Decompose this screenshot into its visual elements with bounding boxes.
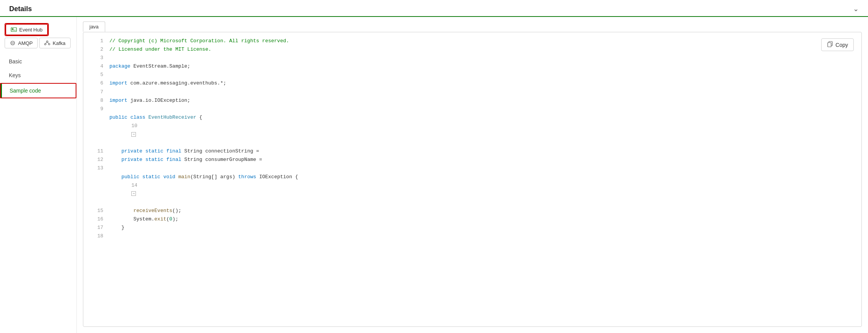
protocol-tabs-group: Event Hub AMQP <box>0 23 76 53</box>
content-area: java Copy <box>77 17 868 333</box>
event-hub-label: Event Hub <box>19 27 43 33</box>
code-line-18: 18 <box>83 232 861 240</box>
tab-kafka[interactable]: Kafka <box>39 38 70 48</box>
line-num-15: 15 <box>89 207 103 215</box>
copy-button[interactable]: Copy <box>821 38 854 51</box>
code-line-10: 10 − public class EventHubReceiver { <box>83 113 861 147</box>
code-text-16: System.exit(0); <box>109 215 855 224</box>
line-num-14: 14 − <box>89 173 103 207</box>
sidebar-item-keys[interactable]: Keys <box>0 68 76 82</box>
svg-rect-2 <box>12 30 16 30</box>
code-line-13: 13 <box>83 164 861 172</box>
code-text-2: // Licensed under the MIT License. <box>109 45 855 54</box>
code-text-1: // Copyright (c) Microsoft Corporation. … <box>109 37 855 45</box>
sidebar-nav: Basic Keys Sample code <box>0 55 76 99</box>
fold-btn-14[interactable]: − <box>131 191 136 196</box>
code-text-13 <box>109 164 855 172</box>
svg-rect-1 <box>12 28 13 30</box>
tab-amqp[interactable]: AMQP <box>5 38 38 48</box>
code-text-5 <box>109 71 855 79</box>
code-line-11: 11 private static final String connectio… <box>83 147 861 156</box>
amqp-icon <box>10 40 16 46</box>
line-num-16: 16 <box>89 215 103 224</box>
line-num-17: 17 <box>89 224 103 232</box>
code-text-8: import java.io.IOException; <box>109 96 855 105</box>
event-hub-tab-highlight: Event Hub <box>5 23 49 36</box>
code-line-1: 1 // Copyright (c) Microsoft Corporation… <box>83 37 861 45</box>
sample-code-highlight: Sample code <box>0 83 76 98</box>
line-num-12: 12 <box>89 156 103 164</box>
code-line-17: 17 } <box>83 224 861 232</box>
code-line-14: 14 − public static void main(String[] ar… <box>83 173 861 207</box>
main-content: Event Hub AMQP <box>0 17 868 333</box>
line-num-10: 10 − <box>89 113 103 147</box>
code-text-15: receiveEvents(); <box>109 207 855 215</box>
code-text-4: package EventStream.Sample; <box>109 62 855 71</box>
chevron-down-icon[interactable]: ⌄ <box>853 5 859 13</box>
line-num-11: 11 <box>89 147 103 156</box>
sidebar: Event Hub AMQP <box>0 17 77 333</box>
line-num-1: 1 <box>89 37 103 45</box>
keys-label: Keys <box>9 72 21 78</box>
code-text-12: private static final String consumerGrou… <box>109 156 855 164</box>
code-line-7: 7 <box>83 88 861 96</box>
code-line-15: 15 receiveEvents(); <box>83 207 861 215</box>
tab-event-hub[interactable]: Event Hub <box>5 24 48 35</box>
kafka-label: Kafka <box>53 40 65 46</box>
code-line-9: 9 <box>83 105 861 113</box>
code-text-7 <box>109 88 855 96</box>
code-line-5: 5 <box>83 71 861 79</box>
svg-point-6 <box>48 43 50 45</box>
code-text-14: public static void main(String[] args) t… <box>109 173 855 181</box>
header: Details ⌄ <box>0 0 868 17</box>
sample-code-label: Sample code <box>10 88 41 94</box>
svg-point-4 <box>46 41 48 42</box>
line-num-3: 3 <box>89 54 103 62</box>
line-num-4: 4 <box>89 62 103 71</box>
fold-btn-10[interactable]: − <box>131 132 136 137</box>
line-num-9: 9 <box>89 105 103 113</box>
svg-rect-10 <box>828 43 831 47</box>
code-text-6: import com.azure.messaging.eventhubs.*; <box>109 79 855 88</box>
copy-icon <box>827 41 833 48</box>
code-text-11: private static final String connectionSt… <box>109 147 855 156</box>
code-container[interactable]: Copy 1 // Copyright (c) Microsoft Corpor… <box>83 32 862 327</box>
sidebar-item-sample-code[interactable]: Sample code <box>1 84 76 98</box>
copy-label: Copy <box>835 42 848 48</box>
line-num-18: 18 <box>89 232 103 240</box>
code-line-8: 8 import java.io.IOException; <box>83 96 861 105</box>
code-line-2: 2 // Licensed under the MIT License. <box>83 45 861 54</box>
code-text-3 <box>109 54 855 62</box>
code-line-4: 4 package EventStream.Sample; <box>83 62 861 71</box>
code-line-6: 6 import com.azure.messaging.eventhubs.*… <box>83 79 861 88</box>
svg-rect-0 <box>11 28 17 31</box>
line-num-8: 8 <box>89 96 103 105</box>
svg-line-7 <box>45 42 47 43</box>
main-container: Details ⌄ Event H <box>0 0 868 333</box>
event-hub-icon <box>11 27 17 33</box>
code-text-18 <box>109 232 855 240</box>
code-text-10: public class EventHubReceiver { <box>109 113 855 122</box>
code-text-9 <box>109 105 855 113</box>
basic-label: Basic <box>9 58 22 65</box>
code-line-3: 3 <box>83 54 861 62</box>
kafka-icon <box>44 40 50 46</box>
language-tabs: java <box>77 17 868 32</box>
sidebar-item-basic[interactable]: Basic <box>0 55 76 68</box>
code-line-12: 12 private static final String consumerG… <box>83 156 861 164</box>
code-line-16: 16 System.exit(0); <box>83 215 861 224</box>
line-num-7: 7 <box>89 88 103 96</box>
header-title: Details <box>9 5 32 13</box>
line-num-13: 13 <box>89 164 103 172</box>
code-block: 1 // Copyright (c) Microsoft Corporation… <box>83 32 861 245</box>
svg-point-5 <box>45 43 46 45</box>
code-text-17: } <box>109 224 855 232</box>
amqp-label: AMQP <box>18 40 33 46</box>
svg-line-8 <box>47 42 49 43</box>
line-num-6: 6 <box>89 79 103 88</box>
tab-java[interactable]: java <box>83 22 105 32</box>
line-num-2: 2 <box>89 45 103 54</box>
line-num-5: 5 <box>89 71 103 79</box>
